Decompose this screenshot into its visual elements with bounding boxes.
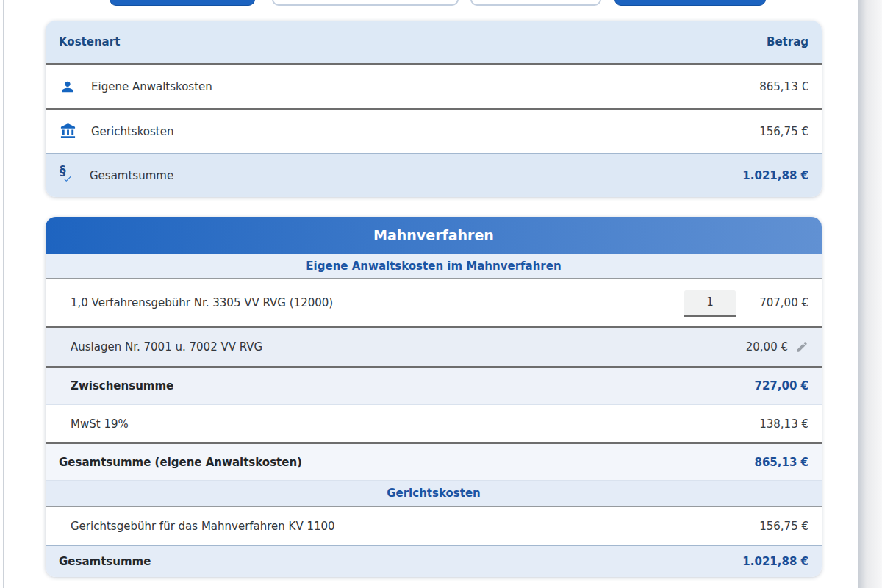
cost-type-label: Eigene Anwaltskosten: [91, 80, 759, 93]
subtotal-label: Zwischensumme: [71, 379, 754, 392]
mahnverfahren-title-bar: Mahnverfahren: [46, 217, 822, 254]
person-icon: [59, 78, 76, 96]
total-amount: 1.021,88 €: [742, 169, 808, 182]
cost-type-label: Gerichtskosten: [91, 125, 759, 138]
section-header-label: Gerichtskosten: [387, 487, 481, 500]
table-row: Eigene Anwaltskosten 865,13 €: [46, 63, 822, 108]
section-header-anwaltskosten: Eigene Anwaltskosten im Mahnverfahren: [46, 254, 822, 279]
top-tab-button-2[interactable]: [272, 0, 459, 6]
table-row-verfahrensgebuehr: 1,0 Verfahrensgebühr Nr. 3305 VV RVG (12…: [46, 279, 822, 326]
fee-label: 1,0 Verfahrensgebühr Nr. 3305 VV RVG (12…: [71, 296, 684, 309]
page-right-gutter: [858, 0, 882, 588]
top-tab-button-4[interactable]: [614, 0, 766, 6]
cost-amount: 865,13 €: [759, 80, 808, 93]
fee-amount: 138,13 €: [759, 417, 808, 431]
summary-header-row: Kostenart Betrag: [46, 21, 822, 63]
table-row-total: § Gesamtsumme 1.021,88 €: [46, 153, 822, 197]
column-header-kostenart: Kostenart: [59, 35, 767, 49]
fee-label: MwSt 19%: [71, 417, 759, 431]
table-row-gerichtsgebuehr: Gerichtsgebühr für das Mahnverfahren KV …: [46, 507, 822, 545]
mahnverfahren-table: Mahnverfahren Eigene Anwaltskosten im Ma…: [46, 217, 822, 577]
fee-label: Auslagen Nr. 7001 u. 7002 VV RVG: [71, 340, 746, 354]
section-header-label: Eigene Anwaltskosten im Mahnverfahren: [306, 259, 561, 273]
fee-amount: 156,75 €: [759, 520, 808, 533]
total-amount: 1.021,88 €: [742, 555, 808, 568]
table-row: Gerichtskosten 156,75 €: [46, 108, 822, 153]
total-label: Gesamtsumme: [59, 555, 742, 568]
top-tab-button-3[interactable]: [470, 0, 601, 6]
table-row-gesamtsumme: Gesamtsumme 1.021,88 €: [46, 545, 822, 577]
top-tab-button-1[interactable]: [110, 0, 255, 6]
mahnverfahren-title: Mahnverfahren: [373, 227, 494, 243]
total-label: Gesamtsumme: [90, 169, 742, 182]
table-row-zwischensumme: Zwischensumme 727,00 €: [46, 366, 822, 404]
fee-amount: 707,00 €: [757, 296, 808, 309]
bank-icon: [59, 123, 76, 140]
edit-pencil-icon[interactable]: [795, 340, 808, 354]
fee-label: Gerichtsgebühr für das Mahnverfahren KV …: [71, 520, 759, 533]
column-header-betrag: Betrag: [767, 35, 808, 49]
fee-amount: 20,00 €: [746, 340, 788, 354]
paragraph-check-icon: §: [59, 165, 75, 186]
total-amount: 865,13 €: [754, 456, 808, 469]
table-row-mwst: MwSt 19% 138,13 €: [46, 404, 822, 442]
cost-summary-table: Kostenart Betrag Eigene Anwaltskosten 86…: [46, 21, 822, 197]
table-row-auslagen: Auslagen Nr. 7001 u. 7002 VV RVG 20,00 €: [46, 326, 822, 366]
table-row-gesamtsumme-anwaltskosten: Gesamtsumme (eigene Anwaltskosten) 865,1…: [46, 442, 822, 480]
section-header-gerichtskosten: Gerichtskosten: [46, 480, 822, 507]
fee-factor-input[interactable]: [684, 290, 736, 317]
subtotal-amount: 727,00 €: [754, 379, 808, 392]
content-sheet: Kostenart Betrag Eigene Anwaltskosten 86…: [3, 0, 858, 588]
total-label: Gesamtsumme (eigene Anwaltskosten): [59, 456, 754, 469]
cost-amount: 156,75 €: [759, 125, 808, 138]
